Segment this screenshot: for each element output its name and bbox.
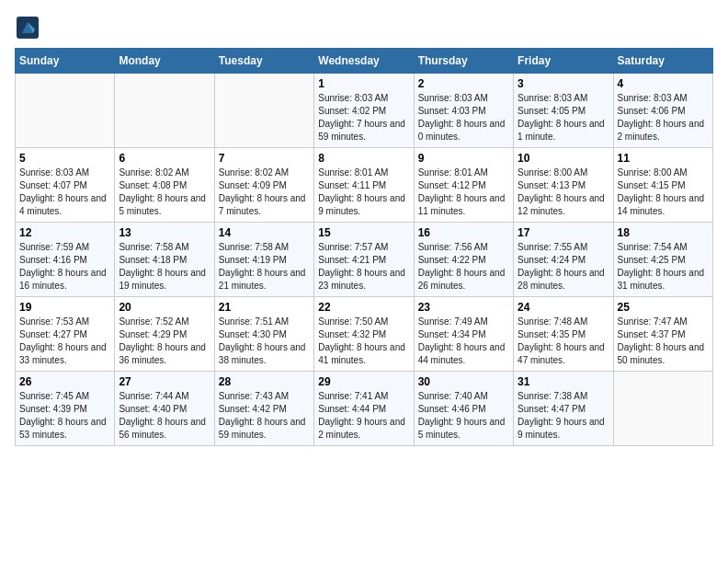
day-info: Sunrise: 8:02 AMSunset: 4:08 PMDaylight:… <box>119 167 210 218</box>
day-info: Sunrise: 8:01 AMSunset: 4:11 PMDaylight:… <box>318 167 409 218</box>
day-info: Sunrise: 8:02 AMSunset: 4:09 PMDaylight:… <box>219 167 310 218</box>
day-number: 31 <box>518 375 609 388</box>
day-info: Sunrise: 8:03 AMSunset: 4:06 PMDaylight:… <box>618 92 709 144</box>
weekday-header-monday: Monday <box>115 49 214 74</box>
calendar-week-row: 1Sunrise: 8:03 AMSunset: 4:02 PMDaylight… <box>16 74 713 148</box>
page-header <box>15 15 713 40</box>
calendar-cell: 17Sunrise: 7:55 AMSunset: 4:24 PMDayligh… <box>514 223 613 297</box>
calendar-cell: 19Sunrise: 7:53 AMSunset: 4:27 PMDayligh… <box>16 297 115 372</box>
weekday-header-sunday: Sunday <box>16 49 115 74</box>
day-number: 11 <box>618 152 709 165</box>
calendar-cell: 24Sunrise: 7:48 AMSunset: 4:35 PMDayligh… <box>514 297 613 372</box>
weekday-header-wednesday: Wednesday <box>314 49 414 74</box>
calendar-table: SundayMondayTuesdayWednesdayThursdayFrid… <box>15 48 713 446</box>
calendar-cell: 31Sunrise: 7:38 AMSunset: 4:47 PMDayligh… <box>514 372 613 446</box>
calendar-cell: 1Sunrise: 8:03 AMSunset: 4:02 PMDaylight… <box>314 74 414 148</box>
calendar-cell: 29Sunrise: 7:41 AMSunset: 4:44 PMDayligh… <box>314 372 414 446</box>
day-info: Sunrise: 7:52 AMSunset: 4:29 PMDaylight:… <box>119 316 210 367</box>
calendar-cell: 21Sunrise: 7:51 AMSunset: 4:30 PMDayligh… <box>214 297 313 372</box>
day-number: 12 <box>19 226 110 239</box>
day-info: Sunrise: 7:53 AMSunset: 4:27 PMDaylight:… <box>19 316 110 367</box>
day-info: Sunrise: 7:55 AMSunset: 4:24 PMDaylight:… <box>518 241 609 293</box>
day-info: Sunrise: 8:00 AMSunset: 4:13 PMDaylight:… <box>518 167 609 218</box>
calendar-cell: 5Sunrise: 8:03 AMSunset: 4:07 PMDaylight… <box>16 148 115 223</box>
calendar-body: 1Sunrise: 8:03 AMSunset: 4:02 PMDaylight… <box>16 74 713 446</box>
day-info: Sunrise: 7:51 AMSunset: 4:30 PMDaylight:… <box>219 316 310 367</box>
day-info: Sunrise: 7:40 AMSunset: 4:46 PMDaylight:… <box>418 390 509 442</box>
day-info: Sunrise: 7:59 AMSunset: 4:16 PMDaylight:… <box>19 241 110 293</box>
calendar-week-row: 12Sunrise: 7:59 AMSunset: 4:16 PMDayligh… <box>16 223 713 297</box>
day-info: Sunrise: 8:01 AMSunset: 4:12 PMDaylight:… <box>418 167 509 218</box>
calendar-cell: 14Sunrise: 7:58 AMSunset: 4:19 PMDayligh… <box>214 223 313 297</box>
calendar-cell: 15Sunrise: 7:57 AMSunset: 4:21 PMDayligh… <box>314 223 414 297</box>
day-info: Sunrise: 7:57 AMSunset: 4:21 PMDaylight:… <box>318 241 409 293</box>
day-number: 28 <box>219 375 310 388</box>
day-info: Sunrise: 7:38 AMSunset: 4:47 PMDaylight:… <box>518 390 609 442</box>
day-info: Sunrise: 7:48 AMSunset: 4:35 PMDaylight:… <box>518 316 609 367</box>
logo <box>15 15 44 40</box>
day-info: Sunrise: 7:58 AMSunset: 4:19 PMDaylight:… <box>219 241 310 293</box>
calendar-cell: 6Sunrise: 8:02 AMSunset: 4:08 PMDaylight… <box>115 148 214 223</box>
day-number: 16 <box>418 226 509 239</box>
day-number: 9 <box>418 152 509 165</box>
day-number: 15 <box>318 226 409 239</box>
calendar-cell <box>16 74 115 148</box>
day-info: Sunrise: 7:58 AMSunset: 4:18 PMDaylight:… <box>119 241 210 293</box>
day-info: Sunrise: 7:50 AMSunset: 4:32 PMDaylight:… <box>318 316 409 367</box>
day-number: 8 <box>318 152 409 165</box>
weekday-header-tuesday: Tuesday <box>214 49 313 74</box>
calendar-cell: 11Sunrise: 8:00 AMSunset: 4:15 PMDayligh… <box>613 148 712 223</box>
day-number: 22 <box>318 301 409 314</box>
calendar-cell: 22Sunrise: 7:50 AMSunset: 4:32 PMDayligh… <box>314 297 414 372</box>
calendar-cell <box>613 372 712 446</box>
calendar-cell: 2Sunrise: 8:03 AMSunset: 4:03 PMDaylight… <box>414 74 513 148</box>
day-info: Sunrise: 8:03 AMSunset: 4:07 PMDaylight:… <box>19 167 110 218</box>
day-number: 17 <box>518 226 609 239</box>
calendar-cell: 16Sunrise: 7:56 AMSunset: 4:22 PMDayligh… <box>414 223 513 297</box>
calendar-week-row: 26Sunrise: 7:45 AMSunset: 4:39 PMDayligh… <box>16 372 713 446</box>
day-number: 25 <box>618 301 709 314</box>
calendar-cell: 9Sunrise: 8:01 AMSunset: 4:12 PMDaylight… <box>414 148 513 223</box>
day-number: 21 <box>219 301 310 314</box>
day-number: 13 <box>119 226 210 239</box>
calendar-cell: 7Sunrise: 8:02 AMSunset: 4:09 PMDaylight… <box>214 148 313 223</box>
calendar-cell: 20Sunrise: 7:52 AMSunset: 4:29 PMDayligh… <box>115 297 214 372</box>
day-number: 10 <box>518 152 609 165</box>
calendar-cell <box>214 74 313 148</box>
day-number: 20 <box>119 301 210 314</box>
calendar-cell: 10Sunrise: 8:00 AMSunset: 4:13 PMDayligh… <box>514 148 613 223</box>
day-number: 30 <box>418 375 509 388</box>
day-info: Sunrise: 7:41 AMSunset: 4:44 PMDaylight:… <box>318 390 409 442</box>
day-number: 3 <box>518 77 609 90</box>
weekday-header-friday: Friday <box>514 49 613 74</box>
weekday-header-thursday: Thursday <box>414 49 513 74</box>
day-number: 1 <box>318 77 409 90</box>
day-number: 4 <box>618 77 709 90</box>
day-number: 27 <box>119 375 210 388</box>
day-number: 6 <box>119 152 210 165</box>
calendar-cell: 30Sunrise: 7:40 AMSunset: 4:46 PMDayligh… <box>414 372 513 446</box>
day-info: Sunrise: 8:03 AMSunset: 4:02 PMDaylight:… <box>318 92 409 144</box>
day-info: Sunrise: 7:45 AMSunset: 4:39 PMDaylight:… <box>19 390 110 442</box>
day-info: Sunrise: 7:56 AMSunset: 4:22 PMDaylight:… <box>418 241 509 293</box>
calendar-cell: 28Sunrise: 7:43 AMSunset: 4:42 PMDayligh… <box>214 372 313 446</box>
calendar-cell: 12Sunrise: 7:59 AMSunset: 4:16 PMDayligh… <box>16 223 115 297</box>
logo-icon <box>15 15 40 40</box>
day-number: 18 <box>618 226 709 239</box>
day-info: Sunrise: 7:49 AMSunset: 4:34 PMDaylight:… <box>418 316 509 367</box>
day-number: 23 <box>418 301 509 314</box>
calendar-cell: 23Sunrise: 7:49 AMSunset: 4:34 PMDayligh… <box>414 297 513 372</box>
day-info: Sunrise: 7:44 AMSunset: 4:40 PMDaylight:… <box>119 390 210 442</box>
day-number: 29 <box>318 375 409 388</box>
calendar-cell: 8Sunrise: 8:01 AMSunset: 4:11 PMDaylight… <box>314 148 414 223</box>
day-info: Sunrise: 7:54 AMSunset: 4:25 PMDaylight:… <box>618 241 709 293</box>
day-number: 24 <box>518 301 609 314</box>
day-number: 14 <box>219 226 310 239</box>
weekday-header-row: SundayMondayTuesdayWednesdayThursdayFrid… <box>16 49 713 74</box>
calendar-cell: 3Sunrise: 8:03 AMSunset: 4:05 PMDaylight… <box>514 74 613 148</box>
day-info: Sunrise: 8:00 AMSunset: 4:15 PMDaylight:… <box>618 167 709 218</box>
calendar-cell: 13Sunrise: 7:58 AMSunset: 4:18 PMDayligh… <box>115 223 214 297</box>
calendar-cell: 26Sunrise: 7:45 AMSunset: 4:39 PMDayligh… <box>16 372 115 446</box>
day-number: 2 <box>418 77 509 90</box>
calendar-cell: 18Sunrise: 7:54 AMSunset: 4:25 PMDayligh… <box>613 223 712 297</box>
